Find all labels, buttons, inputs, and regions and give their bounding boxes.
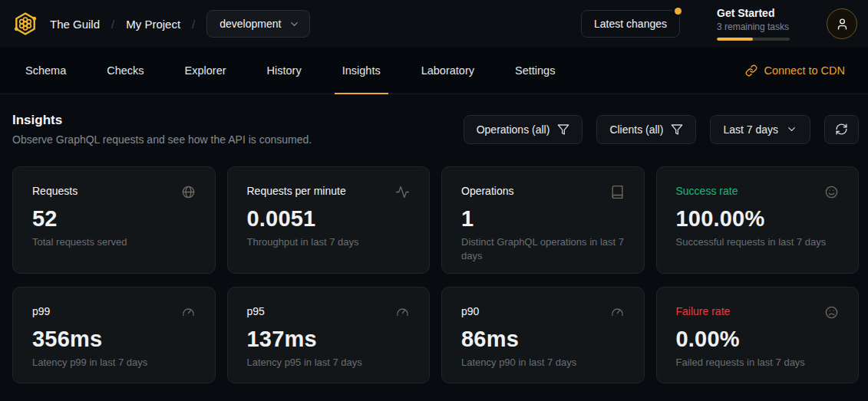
card-subtitle: Total requests served xyxy=(32,235,196,249)
tab-checks[interactable]: Checks xyxy=(99,48,151,94)
stat-card-failure-rate: Failure rate 0.00% Failed requests in la… xyxy=(656,287,860,383)
get-started-title: Get Started xyxy=(717,7,790,21)
card-title: Failure rate xyxy=(676,305,731,317)
page-title: Insights xyxy=(12,113,312,128)
card-title: Success rate xyxy=(676,185,738,197)
insights-page: Insights Observe GraphQL requests and se… xyxy=(0,94,868,383)
page-subtitle: Observe GraphQL requests and see how the… xyxy=(12,133,312,146)
stat-card-operations: Operations 1 Distinct GraphQL operations… xyxy=(441,166,645,274)
notification-dot-icon xyxy=(675,8,682,15)
stat-card-requests-per-minute: Requests per minute 0.0051 Throughput in… xyxy=(227,166,431,274)
stat-card-success-rate: Success rate 100.00% Successful requests… xyxy=(656,166,860,274)
card-value: 100.00% xyxy=(676,206,840,232)
gauge-icon xyxy=(395,305,410,320)
activity-icon xyxy=(395,185,410,199)
target-select[interactable]: development xyxy=(206,10,310,38)
stat-card-requests: Requests 52 Total requests served xyxy=(12,166,216,274)
filter-icon xyxy=(557,123,569,136)
latest-changes-button[interactable]: Latest changes xyxy=(581,10,680,38)
tab-label: Insights xyxy=(342,64,381,77)
tab-label: Settings xyxy=(515,64,555,77)
card-subtitle: Latency p90 in last 7 days xyxy=(461,356,625,370)
stat-card-p99: p99 356ms Latency p99 in last 7 days xyxy=(12,287,216,383)
breadcrumb-project[interactable]: My Project xyxy=(126,18,180,31)
project-navbar: Schema Checks Explorer History Insights … xyxy=(0,48,868,94)
card-value: 1 xyxy=(461,206,625,232)
tab-settings[interactable]: Settings xyxy=(507,48,563,94)
get-started-widget[interactable]: Get Started 3 remaining tasks xyxy=(717,7,790,41)
stat-card-p90: p90 86ms Latency p90 in last 7 days xyxy=(441,287,645,383)
connect-cdn-label: Connect to CDN xyxy=(764,64,845,77)
card-subtitle: Distinct GraphQL operations in last 7 da… xyxy=(461,235,625,262)
card-value: 137ms xyxy=(247,327,411,352)
tab-schema[interactable]: Schema xyxy=(18,48,74,94)
card-subtitle: Latency p99 in last 7 days xyxy=(32,356,196,370)
filters-toolbar: Operations (all) Clients (all) Last 7 da… xyxy=(464,115,859,144)
stats-grid: Requests 52 Total requests served Reques… xyxy=(12,166,859,383)
breadcrumb-separator: / xyxy=(111,18,114,31)
stat-card-p95: p95 137ms Latency p95 in last 7 days xyxy=(227,287,431,383)
operations-filter-label: Operations (all) xyxy=(477,123,550,136)
tab-insights[interactable]: Insights xyxy=(335,48,388,94)
clients-filter-button[interactable]: Clients (all) xyxy=(596,115,696,144)
tab-explorer[interactable]: Explorer xyxy=(177,48,234,94)
date-range-select[interactable]: Last 7 days xyxy=(710,115,810,144)
card-title: p90 xyxy=(461,305,479,317)
header-actions: Latest changes Get Started 3 remaining t… xyxy=(581,7,857,41)
target-select-value: development xyxy=(219,18,281,30)
card-title: Requests per minute xyxy=(247,185,346,197)
gauge-icon xyxy=(610,305,625,320)
card-value: 356ms xyxy=(32,327,196,352)
card-title: Operations xyxy=(461,185,513,197)
tab-label: Explorer xyxy=(185,64,226,77)
card-subtitle: Latency p95 in last 7 days xyxy=(247,356,411,370)
card-subtitle: Throughput in last 7 days xyxy=(247,235,411,249)
tab-label: Checks xyxy=(107,64,144,77)
globe-icon xyxy=(181,185,196,199)
connect-cdn-link[interactable]: Connect to CDN xyxy=(745,64,845,77)
tab-laboratory[interactable]: Laboratory xyxy=(414,48,482,94)
breadcrumb-separator: / xyxy=(192,18,195,31)
frown-icon xyxy=(824,305,839,320)
smile-icon xyxy=(824,185,839,199)
get-started-progress-fill xyxy=(717,38,753,41)
refresh-button[interactable] xyxy=(824,115,859,144)
chevron-down-icon xyxy=(786,123,797,135)
card-subtitle: Successful requests in last 7 days xyxy=(676,235,840,249)
tab-label: Schema xyxy=(25,64,66,77)
nav-tabs: Schema Checks Explorer History Insights … xyxy=(18,48,588,94)
get-started-progressbar xyxy=(717,38,790,41)
tab-history[interactable]: History xyxy=(259,48,309,94)
avatar[interactable] xyxy=(827,8,857,39)
latest-changes-label: Latest changes xyxy=(594,18,667,30)
chevron-down-icon xyxy=(289,18,300,30)
breadcrumb: The Guild / My Project / development xyxy=(12,10,310,38)
card-title: p95 xyxy=(247,305,265,317)
gauge-icon xyxy=(181,305,196,320)
clients-filter-label: Clients (all) xyxy=(609,123,663,136)
tab-label: History xyxy=(267,64,302,77)
app-root: The Guild / My Project / development Lat… xyxy=(0,0,868,383)
card-value: 86ms xyxy=(461,327,625,352)
refresh-icon xyxy=(835,123,848,136)
user-icon xyxy=(836,18,849,31)
get-started-subtitle: 3 remaining tasks xyxy=(717,21,790,32)
card-value: 0.0051 xyxy=(247,206,411,232)
link-icon xyxy=(745,64,757,77)
operations-filter-button[interactable]: Operations (all) xyxy=(464,115,583,144)
card-title: Requests xyxy=(32,185,78,197)
breadcrumb-org[interactable]: The Guild xyxy=(50,18,100,31)
date-range-label: Last 7 days xyxy=(723,123,778,136)
tab-label: Laboratory xyxy=(421,64,474,77)
card-title: p99 xyxy=(32,305,50,317)
top-header: The Guild / My Project / development Lat… xyxy=(0,0,868,48)
guild-logo-icon[interactable] xyxy=(12,11,38,37)
book-icon xyxy=(610,185,625,199)
filter-icon xyxy=(671,123,683,136)
card-value: 0.00% xyxy=(676,327,840,352)
card-value: 52 xyxy=(32,206,196,232)
card-subtitle: Failed requests in last 7 days xyxy=(676,356,840,370)
